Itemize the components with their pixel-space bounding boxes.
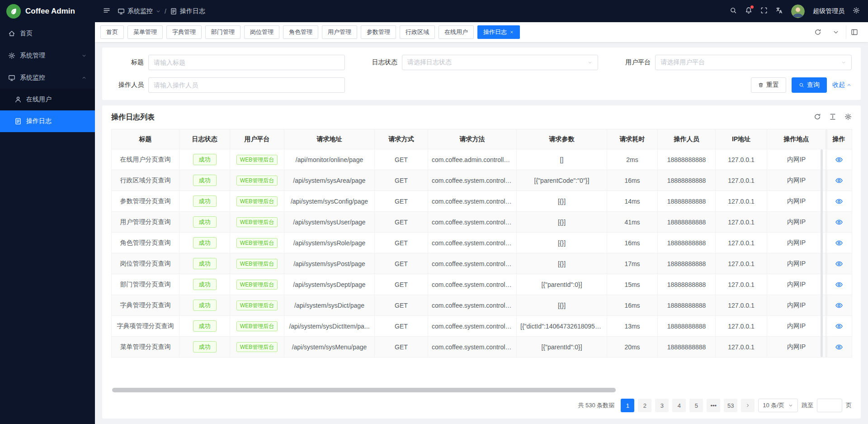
cell-duration: 20ms	[607, 337, 658, 357]
refresh-icon[interactable]	[814, 113, 821, 122]
sidebar-item[interactable]: 系统监控	[0, 67, 95, 89]
page-button[interactable]: 1	[621, 399, 634, 412]
cell-url: /api/monitor/online/page	[284, 149, 375, 170]
cell-url: /api/system/sysPost/page	[284, 253, 375, 274]
cell-url: /api/system/sysArea/page	[284, 170, 375, 191]
tab[interactable]: 在线用户	[439, 25, 474, 39]
tab[interactable]: 首页	[100, 25, 124, 39]
view-detail-button[interactable]	[835, 218, 843, 226]
view-detail-button[interactable]	[835, 301, 843, 310]
page-jump: 跳至 页	[802, 399, 852, 412]
log-status-select[interactable]: 请选择日志状态	[402, 55, 599, 70]
cell-ip: 127.0.0.1	[716, 274, 767, 295]
tab[interactable]: 行政区域	[400, 25, 435, 39]
view-detail-button[interactable]	[835, 156, 843, 164]
tabs-layout-icon[interactable]	[846, 25, 863, 39]
view-detail-button[interactable]	[835, 260, 843, 268]
title-input[interactable]	[154, 59, 340, 66]
search-button[interactable]: 查询	[792, 77, 827, 93]
cell-handler: com.coffee.admin.controller...	[428, 149, 517, 170]
column-height-icon[interactable]	[829, 113, 836, 122]
page-button[interactable]: 3	[655, 399, 669, 412]
chevron-up-icon	[81, 75, 87, 81]
view-detail-button[interactable]	[835, 239, 843, 247]
tab[interactable]: 菜单管理	[127, 25, 163, 39]
sidebar-toggle-icon[interactable]	[103, 7, 110, 15]
column-header: IP地址	[716, 129, 767, 149]
cell-operator: 18888888888	[658, 170, 716, 191]
gear-icon[interactable]	[844, 113, 852, 122]
page-button[interactable]: •••	[707, 399, 720, 412]
reset-button[interactable]: 重置	[751, 77, 786, 93]
gear-icon[interactable]	[853, 7, 860, 15]
table-row: 在线用户分页查询成功WEB管理后台/api/monitor/online/pag…	[112, 149, 852, 170]
status-badge: 成功	[193, 237, 217, 248]
sidebar-item[interactable]: 操作日志	[0, 110, 95, 132]
bell-icon[interactable]	[745, 7, 752, 15]
view-detail-button[interactable]	[835, 322, 843, 330]
jump-suffix: 页	[846, 401, 852, 410]
tab[interactable]: 部门管理	[205, 25, 241, 39]
search-icon[interactable]	[730, 7, 737, 15]
next-page-button[interactable]	[741, 399, 755, 412]
fullscreen-icon[interactable]	[760, 7, 768, 15]
cell-location: 内网IP	[767, 295, 826, 316]
username[interactable]: 超级管理员	[813, 7, 844, 15]
horizontal-scrollbar-thumb[interactable]	[112, 388, 616, 392]
cell-platform: WEB管理后台	[230, 212, 284, 233]
collapse-link[interactable]: 收起	[832, 81, 852, 89]
avatar[interactable]	[791, 5, 805, 18]
breadcrumb-item-monitor[interactable]: 系统监控	[118, 7, 161, 15]
cell-status: 成功	[179, 274, 230, 295]
user-platform-select[interactable]: 请选择用户平台	[655, 55, 852, 70]
cell-operator: 18888888888	[658, 191, 716, 212]
cell-handler: com.coffee.system.controlle...	[428, 212, 517, 233]
page-size-select[interactable]: 10 条/页	[758, 399, 798, 412]
view-detail-button[interactable]	[835, 197, 843, 205]
page-button[interactable]: 5	[689, 399, 703, 412]
tabs-refresh-icon[interactable]	[810, 25, 826, 39]
tab[interactable]: 操作日志	[477, 25, 520, 39]
cell-op	[826, 212, 852, 233]
app-logo: Coffee Admin	[0, 0, 95, 22]
cell-handler: com.coffee.system.controlle...	[428, 191, 517, 212]
cell-status: 成功	[179, 233, 230, 253]
tab[interactable]: 用户管理	[322, 25, 357, 39]
tab-close-icon[interactable]	[509, 30, 514, 34]
column-header: 用户平台	[230, 129, 284, 149]
view-detail-button[interactable]	[835, 176, 843, 185]
cell-platform: WEB管理后台	[230, 253, 284, 274]
cell-title: 参数管理分页查询	[112, 191, 179, 212]
tabs-chevron-down-icon[interactable]	[828, 25, 844, 39]
tab[interactable]: 角色管理	[283, 25, 318, 39]
page-button[interactable]: 4	[672, 399, 686, 412]
cell-handler: com.coffee.system.controlle...	[428, 233, 517, 253]
tab[interactable]: 参数管理	[361, 25, 396, 39]
cell-method: GET	[375, 316, 428, 337]
cell-status: 成功	[179, 191, 230, 212]
platform-badge: WEB管理后台	[236, 217, 278, 227]
platform-badge: WEB管理后台	[236, 280, 278, 290]
sidebar-item[interactable]: 首页	[0, 22, 95, 44]
platform-badge: WEB管理后台	[236, 300, 278, 310]
page-jump-input[interactable]	[817, 399, 842, 412]
sidebar-menu: 首页系统管理系统监控在线用户操作日志	[0, 22, 95, 132]
operator-field: 操作人员	[111, 77, 345, 93]
cell-handler: com.coffee.system.controlle...	[428, 253, 517, 274]
vertical-scrollbar[interactable]	[821, 149, 823, 357]
tab[interactable]: 字典管理	[166, 25, 202, 39]
tab[interactable]: 岗位管理	[244, 25, 279, 39]
breadcrumb-item-log[interactable]: 操作日志	[170, 7, 205, 15]
operator-input[interactable]	[154, 81, 340, 89]
sidebar-item[interactable]: 在线用户	[0, 89, 95, 110]
view-detail-button[interactable]	[835, 343, 843, 351]
cell-op	[826, 170, 852, 191]
page-button[interactable]: 53	[724, 399, 737, 412]
breadcrumb-label: 系统监控	[127, 7, 153, 15]
translate-icon[interactable]	[776, 7, 783, 15]
view-detail-button[interactable]	[835, 281, 843, 289]
page-button[interactable]: 2	[638, 399, 651, 412]
sidebar-item[interactable]: 系统管理	[0, 44, 95, 67]
cell-duration: 41ms	[607, 212, 658, 233]
cell-operator: 18888888888	[658, 337, 716, 357]
